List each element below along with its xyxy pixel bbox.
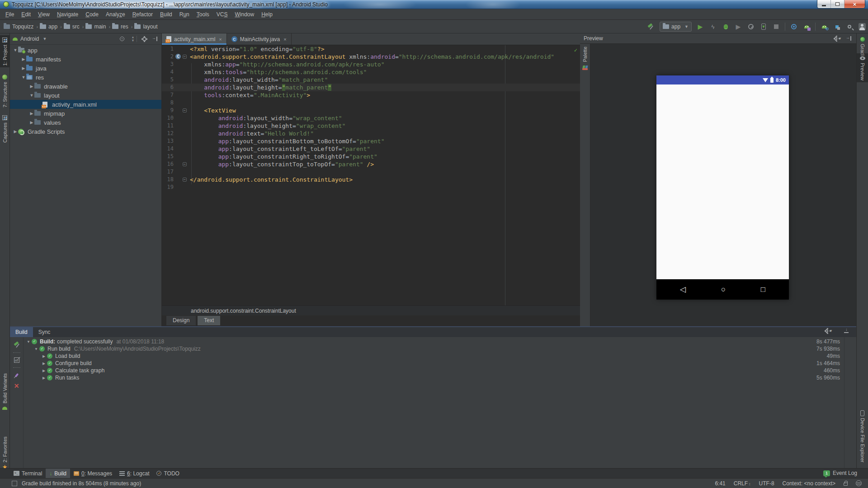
menu-item-analyze[interactable]: Analyze	[102, 10, 129, 19]
close-button[interactable]: ×	[844, 0, 865, 8]
run-device-icon[interactable]: ▼	[760, 23, 768, 31]
tool-tab-build[interactable]: ↓Build	[46, 469, 70, 478]
stripe-item-build-variants[interactable]: Build Variants	[0, 371, 9, 413]
locate-file-icon[interactable]	[118, 35, 126, 42]
tree-item-manifests[interactable]: ▶manifests	[10, 55, 161, 64]
chevron-right-icon[interactable]: ▶	[41, 361, 47, 366]
build-row-run-build[interactable]: ▼✓Run buildC:\Users\NoeMolmy\AndroidStud…	[24, 345, 843, 352]
menu-item-file[interactable]: File	[2, 10, 18, 19]
layout-inspector-icon[interactable]	[833, 23, 841, 31]
breadcrumb-app[interactable]: app	[40, 23, 57, 30]
hide-panel-icon[interactable]	[151, 35, 159, 42]
editor-breadcrumb[interactable]: android.support.constraint.ConstraintLay…	[162, 305, 580, 315]
tool-tab-6-logcat[interactable]: 6: Logcat	[116, 469, 153, 478]
gear-icon[interactable]: ▼	[835, 35, 842, 42]
stripe-item-captures[interactable]: Captures	[0, 113, 9, 145]
build-tab-build[interactable]: Build	[10, 327, 33, 337]
caret-position[interactable]: 6:41	[715, 480, 725, 487]
chevron-right-icon[interactable]: ▶	[29, 84, 34, 89]
avd-manager-icon[interactable]	[790, 23, 798, 31]
code-line-4[interactable]: 4 xmlns:tools="http://schemas.android.co…	[162, 68, 580, 76]
home-icon[interactable]: ○	[721, 286, 726, 293]
tree-item-java[interactable]: ▶java	[10, 64, 161, 73]
chevron-down-icon[interactable]: ▼	[25, 340, 32, 344]
close-icon[interactable]: ×	[219, 37, 222, 42]
code-line-16[interactable]: 16− app:layout_constraintTop_toTopOf="pa…	[162, 160, 580, 168]
scrollbar-track[interactable]	[844, 337, 844, 469]
menu-item-help[interactable]: Help	[258, 10, 276, 19]
chevron-right-icon[interactable]: ▶	[29, 120, 34, 125]
toolwindow-toggle-icon[interactable]	[12, 481, 17, 486]
chevron-right-icon[interactable]: ▶	[13, 129, 18, 134]
build-tab-sync[interactable]: Sync	[33, 327, 56, 337]
tool-tab-0-messages[interactable]: 0: Messages	[70, 469, 116, 478]
pin-icon[interactable]	[12, 371, 21, 380]
menu-item-edit[interactable]: Edit	[18, 10, 34, 19]
chevron-right-icon[interactable]: ▶	[41, 376, 47, 380]
avatar-icon[interactable]	[858, 23, 866, 31]
tree-item-layout[interactable]: ▼layout	[10, 91, 161, 100]
lock-icon[interactable]	[844, 483, 848, 486]
stripe-item-2-favorites[interactable]: 2: Favorites★	[0, 435, 9, 472]
build-hammer-icon[interactable]	[647, 23, 655, 31]
attach-profiler-icon[interactable]	[747, 23, 755, 31]
chevron-right-icon[interactable]: ▶	[21, 57, 26, 61]
gradle-sync-icon[interactable]: ⟲	[820, 23, 828, 31]
stripe-item-device-file-explorer[interactable]: Device File Explorer	[857, 408, 868, 464]
tool-tab-terminal[interactable]: >_Terminal	[10, 469, 46, 478]
stripe-item-1-project[interactable]: 1: Project	[0, 35, 9, 67]
event-log-button[interactable]: 1 Event Log	[823, 468, 857, 478]
fold-icon[interactable]: −	[183, 55, 187, 59]
profile-icon[interactable]: ▶	[734, 23, 742, 31]
gear-icon[interactable]: ▼	[826, 327, 833, 334]
chevron-right-icon[interactable]: ▶	[21, 66, 26, 70]
fold-icon[interactable]: −	[183, 178, 187, 182]
code-editor[interactable]: 1<?xml version="1.0" encoding="utf-8"?>2…	[162, 45, 580, 305]
code-line-3[interactable]: 3 xmlns:app="http://schemas.android.com/…	[162, 61, 580, 68]
back-icon[interactable]: ◁	[680, 286, 686, 293]
build-row-load-build[interactable]: ▶✓Load build	[24, 352, 843, 360]
code-line-2[interactable]: 2C−<android.support.constraint.Constrain…	[162, 53, 580, 61]
editor-tab-activity_main.xml[interactable]: activity_main.xml×	[162, 33, 227, 45]
build-row-calculate-task-graph[interactable]: ▶✓Calculate task graph	[24, 367, 843, 374]
tab-text[interactable]: Text	[198, 316, 220, 325]
run-icon[interactable]: ▶	[696, 23, 704, 31]
breadcrumb-main[interactable]: main	[85, 23, 106, 30]
menu-item-window[interactable]: Window	[231, 10, 258, 19]
inspection-ok-icon[interactable]: ✓	[574, 47, 577, 53]
code-line-18[interactable]: 18−</android.support.constraint.Constrai…	[162, 176, 580, 183]
code-line-13[interactable]: 13 app:layout_constraintBottom_toBottomO…	[162, 137, 580, 145]
menu-item-navigate[interactable]: Navigate	[53, 10, 82, 19]
breadcrumb-res[interactable]: res	[112, 23, 128, 30]
build-hammer-icon[interactable]	[12, 341, 21, 350]
debug-icon[interactable]	[722, 23, 730, 31]
build-row-completed-successfully[interactable]: ▼✓Build:completed successfullyat 01/08/2…	[24, 338, 843, 345]
code-line-14[interactable]: 14 app:layout_constraintLeft_toLeftOf="p…	[162, 145, 580, 153]
menu-item-refactor[interactable]: Refactor	[129, 10, 156, 19]
chevron-down-icon[interactable]: ▼	[13, 48, 18, 52]
hide-panel-icon[interactable]	[845, 35, 853, 42]
chevron-right-icon[interactable]: ▶	[41, 354, 47, 358]
code-line-5[interactable]: 5 android:layout_width="match_parent"	[162, 76, 580, 84]
menu-item-view[interactable]: View	[34, 10, 53, 19]
tree-item-res[interactable]: ▼res	[10, 73, 161, 82]
collapse-all-icon[interactable]: ▲─▼	[129, 35, 137, 42]
breadcrumb-layout[interactable]: layout	[134, 23, 157, 30]
title-bar[interactable]: Topquizz [C:\Users\NoeMolmy\AndroidStudi…	[0, 0, 868, 9]
context-indicator[interactable]: Context: <no context>	[783, 480, 835, 487]
editor-tab-mainactivity.java[interactable]: CMainActivity.java×	[227, 33, 292, 45]
close-icon[interactable]: ×	[283, 37, 286, 42]
chevron-down-icon[interactable]: ▼	[29, 93, 34, 98]
sdk-manager-icon[interactable]	[802, 23, 811, 31]
close-icon[interactable]: ✕	[12, 381, 21, 390]
code-line-6[interactable]: 6 android:layout_height="match_parent"	[162, 84, 580, 91]
code-line-17[interactable]: 17	[162, 168, 580, 176]
chevron-right-icon[interactable]: ▶	[29, 111, 34, 116]
breadcrumb-src[interactable]: src	[64, 23, 80, 30]
tree-item-values[interactable]: ▶values	[10, 118, 161, 127]
code-line-19[interactable]: 19	[162, 183, 580, 191]
tree-item-activity-main-xml[interactable]: activity_main.xml	[10, 100, 161, 109]
tree-item-gradle-scripts[interactable]: ▶Gradle Scripts	[10, 127, 161, 136]
tool-tab-todo[interactable]: ✓TODO	[153, 469, 183, 478]
code-line-7[interactable]: 7 tools:context=".MainActivity">	[162, 91, 580, 99]
